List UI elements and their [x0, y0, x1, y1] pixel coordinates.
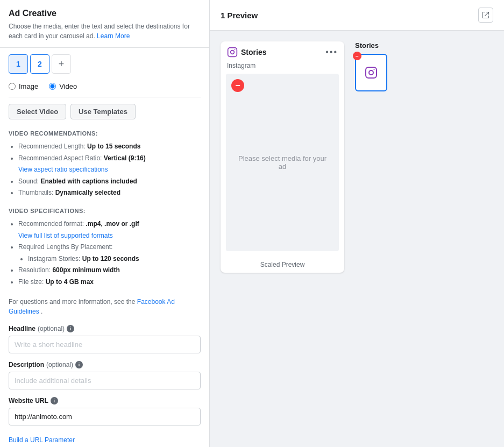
video-radio-text: Video: [59, 82, 77, 90]
description-optional-text: (optional): [46, 361, 73, 368]
description-info-icon[interactable]: i: [75, 361, 83, 368]
headline-form-group: Headline (optional) i: [9, 325, 201, 353]
media-type-radio-group: Image Video: [9, 82, 201, 97]
preview-content: Stories ••• Instagram − Please select me…: [210, 31, 504, 283]
svg-point-1: [231, 51, 235, 54]
tab-1-button[interactable]: 1: [9, 54, 28, 74]
video-radio[interactable]: [49, 83, 56, 90]
video-recommendations-list: Recommended Length: Up to 15 seconds Rec…: [9, 141, 201, 199]
learn-more-link[interactable]: Learn More: [97, 32, 130, 40]
svg-rect-0: [228, 48, 237, 57]
build-url-parameter-link[interactable]: Build a URL Parameter: [9, 436, 75, 444]
image-radio[interactable]: [9, 83, 16, 90]
aspect-ratio-link[interactable]: View aspect ratio specifications: [18, 166, 108, 173]
description-label: Description (optional) i: [9, 361, 201, 368]
media-placeholder: − Please select media for your ad: [226, 74, 339, 251]
tab-2-button[interactable]: 2: [30, 54, 49, 74]
website-url-info-icon[interactable]: i: [51, 397, 58, 405]
stories-card-header: Stories •••: [221, 41, 344, 62]
svg-point-2: [235, 49, 236, 51]
headline-label: Headline (optional) i: [9, 325, 201, 332]
website-url-form-group: Website URL i: [9, 397, 201, 425]
website-url-input[interactable]: [9, 408, 201, 425]
headline-input[interactable]: [9, 336, 201, 353]
rec-item-length: Recommended Length: Up to 15 seconds: [18, 141, 201, 153]
svg-point-5: [374, 69, 375, 70]
rec-item-thumbnails: Thumbnails: Dynamically selected: [18, 187, 201, 199]
svg-point-4: [369, 70, 373, 75]
spec-item-filesize: File size: Up to 4 GB max: [18, 276, 201, 288]
spec-item-resolution: Resolution: 600px minimum width: [18, 265, 201, 276]
image-radio-label[interactable]: Image: [9, 82, 38, 90]
placeholder-text: Please select media for your ad: [226, 154, 339, 171]
left-panel: Ad Creative Choose the media, enter the …: [0, 0, 210, 447]
spec-instagram-stories: Instagram Stories: Up to 120 seconds: [28, 253, 201, 265]
headline-label-text: Headline: [9, 325, 36, 332]
spec-item-format: Recommended format: .mp4, .mov or .gif V…: [18, 218, 201, 242]
description-input[interactable]: [9, 372, 201, 389]
external-link-icon: [482, 11, 489, 19]
panel-body: 1 2 + Image Video Select Video Use Templ…: [0, 48, 209, 447]
video-radio-label[interactable]: Video: [49, 82, 77, 90]
external-link-button[interactable]: [478, 8, 493, 23]
story-thumbnail-instagram-icon: [365, 66, 378, 79]
svg-rect-3: [366, 67, 377, 78]
tabs-row: 1 2 +: [9, 54, 201, 74]
platform-label: Instagram: [221, 62, 344, 74]
preview-title: 1 Preview: [221, 11, 258, 20]
panel-header: Ad Creative Choose the media, enter the …: [0, 0, 209, 48]
stories-card-left: Stories: [227, 47, 266, 58]
use-templates-button[interactable]: Use Templates: [70, 104, 136, 119]
more-dots[interactable]: •••: [325, 47, 338, 57]
scaled-preview-label: Scaled Preview: [221, 257, 344, 273]
instagram-icon: [227, 47, 238, 58]
headline-info-icon[interactable]: i: [67, 325, 74, 332]
placement-sub-list: Instagram Stories: Up to 120 seconds: [18, 253, 201, 265]
video-specifications-section: VIDEO SPECIFICATIONS: Recommended format…: [9, 208, 201, 288]
spec-item-lengths: Required Lengths By Placement: Instagram…: [18, 242, 201, 265]
stories-sidebar: Stories −: [355, 41, 387, 273]
description-form-group: Description (optional) i: [9, 361, 201, 389]
video-recommendations-section: VIDEO RECOMMENDATIONS: Recommended Lengt…: [9, 130, 201, 199]
website-url-label: Website URL i: [9, 397, 201, 405]
info-text-suffix: .: [41, 308, 42, 315]
page-title: Ad Creative: [9, 9, 201, 18]
headline-optional-text: (optional): [38, 325, 65, 332]
website-url-label-text: Website URL: [9, 397, 48, 405]
right-panel: 1 Preview Stories ••• In: [210, 0, 504, 447]
add-tab-button[interactable]: +: [52, 54, 71, 74]
rec-item-aspect: Recommended Aspect Ratio: Vertical (9:16…: [18, 153, 201, 176]
stories-sidebar-title: Stories: [355, 41, 387, 49]
video-recommendations-title: VIDEO RECOMMENDATIONS:: [9, 130, 201, 137]
stories-preview-card: Stories ••• Instagram − Please select me…: [221, 41, 344, 273]
panel-description: Choose the media, enter the text and sel…: [9, 22, 201, 41]
video-specifications-list: Recommended format: .mp4, .mov or .gif V…: [9, 218, 201, 288]
supported-formats-link[interactable]: View full list of supported formats: [18, 232, 113, 239]
video-specifications-title: VIDEO SPECIFICATIONS:: [9, 208, 201, 214]
info-text: For questions and more information, see …: [9, 297, 201, 316]
right-header: 1 Preview: [210, 0, 504, 31]
info-text-prefix: For questions and more information, see …: [9, 298, 137, 306]
stories-label: Stories: [241, 48, 266, 56]
story-thumbnail-1[interactable]: −: [355, 54, 387, 91]
remove-media-icon[interactable]: −: [231, 79, 244, 92]
image-radio-text: Image: [19, 82, 38, 90]
rec-item-sound: Sound: Enabled with captions included: [18, 176, 201, 188]
story-thumbnail-remove-icon[interactable]: −: [353, 52, 361, 60]
select-video-button[interactable]: Select Video: [9, 104, 66, 119]
description-label-text: Description: [9, 361, 44, 368]
media-buttons-row: Select Video Use Templates: [9, 104, 201, 119]
